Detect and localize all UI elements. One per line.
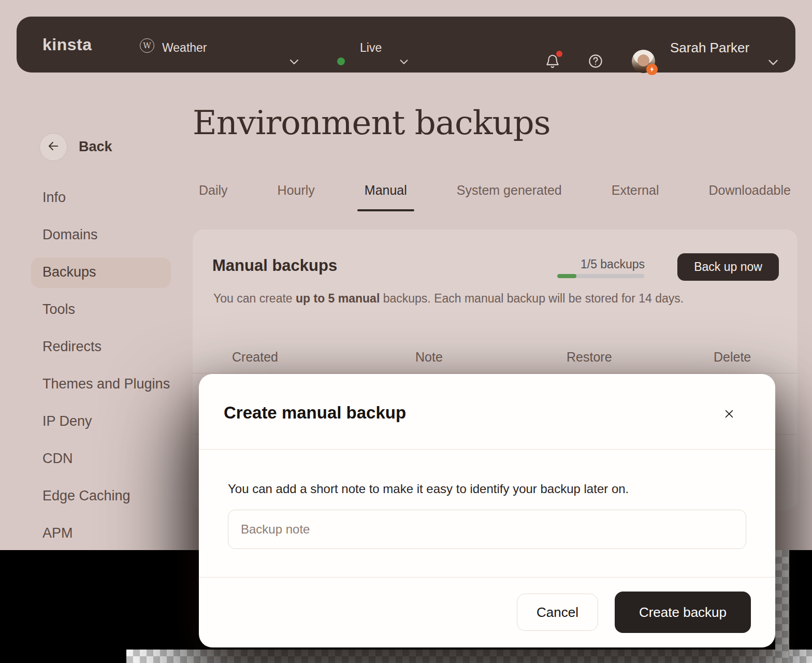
tab-hourly[interactable]: Hourly xyxy=(278,181,315,211)
lightning-badge-icon xyxy=(646,64,658,75)
notification-badge-dot xyxy=(556,51,562,57)
environment-chevron-down-icon[interactable] xyxy=(398,56,411,68)
site-selector-chevron-down-icon[interactable] xyxy=(288,55,300,68)
modal-body-text: You can add a short note to make it easy… xyxy=(228,482,746,496)
notifications-bell-icon[interactable] xyxy=(545,53,560,69)
backup-usage-label: 1/5 backups xyxy=(555,257,645,271)
sidebar-item-backups[interactable]: Backups xyxy=(42,264,173,282)
backups-table-header: Created Note Restore Delete xyxy=(193,344,798,373)
column-header-note: Note xyxy=(415,350,443,365)
back-up-now-button[interactable]: Back up now xyxy=(677,253,779,281)
create-manual-backup-modal: Create manual backup You can add a short… xyxy=(199,374,775,647)
tab-system-generated[interactable]: System generated xyxy=(457,181,562,211)
top-nav: kinsta W Weather Live xyxy=(17,17,795,73)
screenshot-canvas: kinsta W Weather Live xyxy=(0,0,812,663)
page-title: Environment backups xyxy=(193,104,550,142)
user-avatar[interactable] xyxy=(632,50,655,73)
back-button[interactable] xyxy=(39,133,67,161)
tab-downloadable[interactable]: Downloadable xyxy=(708,181,790,211)
tab-manual[interactable]: Manual xyxy=(365,181,407,211)
wordpress-icon: W xyxy=(140,38,154,53)
arrow-left-icon xyxy=(47,139,60,155)
transparency-checker-strip xyxy=(126,650,812,663)
sidebar-item-apm[interactable]: APM xyxy=(42,525,173,543)
close-icon[interactable] xyxy=(719,403,740,424)
backup-tabs: Daily Hourly Manual System generated Ext… xyxy=(193,181,812,211)
sidebar-item-ip-deny[interactable]: IP Deny xyxy=(42,413,173,431)
tab-external[interactable]: External xyxy=(612,181,659,211)
backup-note-input[interactable] xyxy=(228,510,746,549)
live-status-dot-icon xyxy=(337,57,345,65)
create-backup-button[interactable]: Create backup xyxy=(615,592,751,633)
modal-footer-divider xyxy=(199,577,775,578)
transparency-checker-strip xyxy=(775,550,789,663)
help-icon[interactable] xyxy=(588,53,603,69)
sidebar-item-redirects[interactable]: Redirects xyxy=(42,339,173,356)
site-selector-label[interactable]: Weather xyxy=(162,41,207,55)
sidebar-item-edge-caching[interactable]: Edge Caching xyxy=(42,488,173,506)
column-header-created: Created xyxy=(232,350,278,365)
column-header-restore: Restore xyxy=(567,350,612,365)
modal-title: Create manual backup xyxy=(224,403,406,423)
sidebar-item-domains[interactable]: Domains xyxy=(42,227,173,244)
backup-usage-fill xyxy=(557,274,576,278)
backup-usage-progressbar xyxy=(557,274,644,278)
user-menu-chevron-down-icon[interactable] xyxy=(766,55,779,68)
tab-daily[interactable]: Daily xyxy=(199,181,228,211)
card-description: You can create up to 5 manual backups. E… xyxy=(213,292,684,306)
sidebar-item-cdn[interactable]: CDN xyxy=(42,451,173,468)
card-title: Manual backups xyxy=(212,256,337,275)
sidebar-item-themes-and-plugins[interactable]: Themes and Plugins xyxy=(42,376,173,394)
kinsta-logo[interactable]: kinsta xyxy=(42,35,92,54)
user-name[interactable]: Sarah Parker xyxy=(670,40,749,56)
modal-header-divider xyxy=(199,449,775,450)
column-header-delete: Delete xyxy=(714,350,751,365)
environment-selector-label[interactable]: Live xyxy=(360,41,382,55)
back-label[interactable]: Back xyxy=(79,139,112,155)
sidebar-item-tools[interactable]: Tools xyxy=(42,301,173,319)
cancel-button[interactable]: Cancel xyxy=(517,594,598,631)
sidebar-item-info[interactable]: Info xyxy=(42,190,173,207)
